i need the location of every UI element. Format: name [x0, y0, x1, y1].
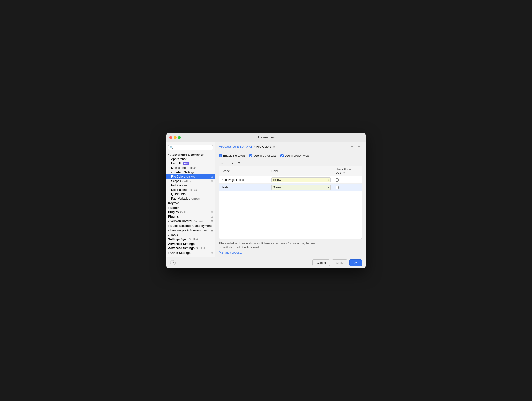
- sidebar-item-path-variables[interactable]: Path Variables On Host: [166, 196, 215, 201]
- traffic-lights: [169, 136, 181, 139]
- chevron-right-icon: ▸: [168, 225, 169, 227]
- sidebar-section-label: Appearance & Behavior: [170, 153, 203, 156]
- sidebar-section-label: Other Settings: [170, 251, 191, 255]
- use-in-editor-tabs-checkbox[interactable]: Use in editor tabs: [249, 154, 276, 157]
- sidebar-item-languages-frameworks[interactable]: ▸ Languages & Frameworks ⊞: [166, 228, 215, 233]
- apply-button[interactable]: Apply: [332, 259, 347, 266]
- use-in-project-view-input[interactable]: [280, 154, 284, 157]
- chevron-right-icon: ▸: [168, 220, 169, 222]
- sidebar-item-system-settings[interactable]: ▸ System Settings: [166, 170, 215, 174]
- add-button[interactable]: +: [220, 161, 224, 165]
- on-host-label: On Host: [196, 247, 205, 250]
- sidebar-item-plugins[interactable]: Plugins ⊞: [166, 214, 215, 219]
- sidebar-item-file-colors[interactable]: File Colors On Host ⊞: [166, 174, 215, 179]
- on-host-label: On Host: [189, 238, 198, 241]
- settings-icon: ⊞: [211, 220, 213, 223]
- sidebar-item-build-execution[interactable]: ▸ Build, Execution, Deployment: [166, 223, 215, 228]
- help-icon[interactable]: ?: [343, 171, 345, 174]
- search-bar[interactable]: 🔍: [168, 145, 213, 150]
- on-host-label: On Host: [182, 180, 191, 182]
- sidebar-item-label: New UI: [171, 162, 181, 165]
- sidebar-item-label: Plugins: [168, 210, 179, 214]
- sidebar-item-label: Appearance: [171, 157, 187, 161]
- use-in-project-view-checkbox[interactable]: Use in project view: [280, 154, 309, 157]
- sidebar-item-label: Menus and Toolbars: [171, 166, 197, 170]
- sidebar-item-label: Scopes: [171, 179, 181, 183]
- manage-scopes-link[interactable]: Manage scopes...: [219, 251, 362, 254]
- sidebar-item-plugins-host[interactable]: Plugins On Host ⊞: [166, 210, 215, 214]
- vcs-checkbox[interactable]: [336, 178, 359, 182]
- sidebar-item-version-control[interactable]: ▸ Version Control On Host ⊞: [166, 219, 215, 223]
- color-swatch-yellow[interactable]: Yellow ▾: [271, 177, 331, 182]
- table-row[interactable]: Tests Green ▾: [219, 184, 362, 191]
- settings-icon: ⊞: [211, 180, 213, 182]
- color-swatch-green[interactable]: Green ▾: [271, 185, 331, 190]
- sidebar-item-menus-toolbars[interactable]: Menus and Toolbars: [166, 166, 215, 170]
- minimize-button[interactable]: [174, 136, 177, 139]
- sidebar-item-editor[interactable]: ▸ Editor: [166, 205, 215, 210]
- vcs-checkbox-input[interactable]: [336, 186, 339, 189]
- ok-button[interactable]: OK: [349, 259, 362, 266]
- on-host-label: On Host: [186, 175, 195, 178]
- sidebar-item-label: Quick Lists: [171, 192, 186, 196]
- settings-icon: ⊞: [211, 252, 213, 254]
- col-header-color: Color: [269, 166, 333, 176]
- vcs-cell: [333, 184, 362, 191]
- dropdown-arrow-icon: ▾: [328, 186, 329, 189]
- sidebar-section-label: Build, Execution, Deployment: [170, 224, 212, 228]
- sidebar-section-label: Tools: [170, 233, 178, 237]
- vcs-cell: [333, 176, 362, 184]
- on-host-label: On Host: [194, 220, 203, 223]
- sidebar-item-other-settings[interactable]: ▸ Other Settings ⊞: [166, 250, 215, 255]
- forward-arrow[interactable]: →: [356, 144, 362, 149]
- action-buttons: Cancel Apply OK: [312, 259, 362, 266]
- color-cell[interactable]: Yellow ▾: [269, 176, 333, 184]
- col-header-scope: Scope: [219, 166, 269, 176]
- table-row[interactable]: Non-Project Files Yellow ▾: [219, 176, 362, 184]
- right-panel: Appearance & Behavior › File Colors ⊞ ← …: [215, 142, 366, 257]
- use-in-project-view-label: Use in project view: [285, 154, 309, 157]
- settings-icon: ⊞: [211, 215, 213, 218]
- sidebar-item-appearance[interactable]: Appearance: [166, 157, 215, 161]
- sidebar-item-new-ui[interactable]: New UI Beta: [166, 161, 215, 166]
- breadcrumb-parent[interactable]: Appearance & Behavior: [219, 145, 252, 148]
- sidebar-item-notifications-host[interactable]: Notifications On Host: [166, 188, 215, 192]
- window-title: Preferences: [257, 136, 275, 139]
- bottom-bar: ? Cancel Apply OK: [166, 257, 366, 268]
- on-host-label: On Host: [188, 189, 197, 191]
- help-button[interactable]: ?: [170, 260, 176, 265]
- fullscreen-button[interactable]: [178, 136, 181, 139]
- remove-button[interactable]: −: [225, 161, 229, 165]
- dropdown-arrow-icon: ▾: [328, 179, 329, 181]
- sidebar-item-notifications[interactable]: Notifications: [166, 183, 215, 188]
- move-down-button[interactable]: ▼: [236, 161, 242, 165]
- table-header-row: Scope Color Share through VCS ?: [219, 166, 362, 176]
- sidebar-item-tools[interactable]: ▸ Tools: [166, 233, 215, 237]
- sidebar-item-keymap[interactable]: Keymap: [166, 201, 215, 205]
- chevron-right-icon: ▸: [168, 234, 169, 236]
- vcs-checkbox-input[interactable]: [336, 178, 339, 182]
- back-arrow[interactable]: ←: [349, 144, 355, 149]
- enable-file-colors-checkbox[interactable]: Enable file colors: [219, 154, 245, 157]
- move-up-button[interactable]: ▲: [230, 161, 236, 165]
- color-cell[interactable]: Green ▾: [269, 184, 333, 191]
- sidebar-item-appearance-behavior[interactable]: ▾ Appearance & Behavior: [166, 152, 215, 157]
- sidebar-item-settings-sync[interactable]: Settings Sync On Host: [166, 237, 215, 242]
- sidebar-item-label: File Colors: [171, 175, 185, 178]
- main-content: 🔍 ▾ Appearance & Behavior Appearance New…: [166, 142, 366, 257]
- vcs-checkbox[interactable]: [336, 186, 359, 189]
- chevron-right-icon: ▸: [168, 207, 169, 209]
- cancel-button[interactable]: Cancel: [312, 259, 330, 266]
- sidebar-section-label: Languages & Frameworks: [170, 229, 207, 232]
- sidebar-item-quick-lists[interactable]: Quick Lists: [166, 192, 215, 196]
- sidebar-item-advanced-settings-host[interactable]: Advanced Settings On Host: [166, 246, 215, 250]
- pin-icon: ⊞: [273, 145, 275, 148]
- table-toolbar: + − ▲ ▼: [219, 160, 243, 166]
- enable-file-colors-input[interactable]: [219, 154, 222, 157]
- scopes-table: Scope Color Share through VCS ?: [219, 166, 362, 191]
- use-in-editor-tabs-input[interactable]: [249, 154, 252, 157]
- search-input[interactable]: [174, 146, 211, 149]
- sidebar-item-scopes[interactable]: Scopes On Host ⊞: [166, 179, 215, 183]
- sidebar-item-advanced-settings[interactable]: Advanced Settings: [166, 242, 215, 246]
- close-button[interactable]: [169, 136, 172, 139]
